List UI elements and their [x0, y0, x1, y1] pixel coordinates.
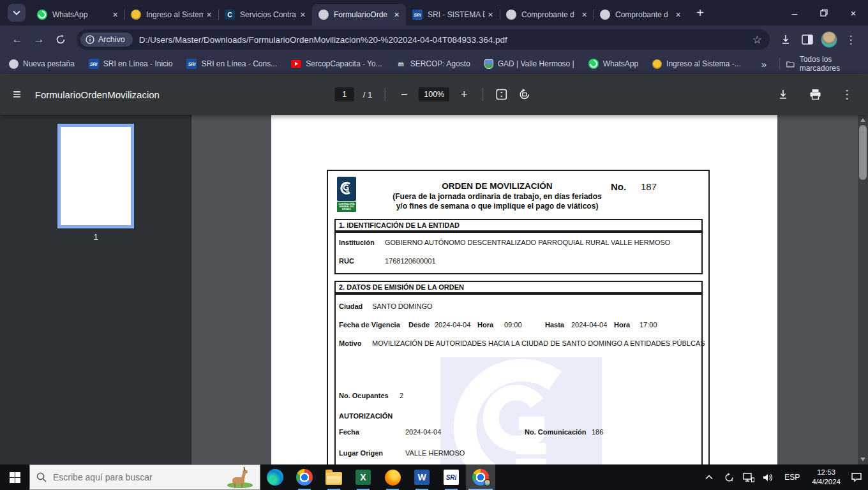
tab-label: Comprobante d [615, 10, 673, 19]
bookmark-label: SercopCapacita - Yo... [306, 59, 382, 68]
document-subtitle-line1: (Fuera de la jornada ordinaria de trabaj… [392, 192, 602, 202]
pdf-download-button[interactable] [775, 86, 791, 103]
vertical-scrollbar[interactable] [858, 115, 868, 464]
comunicacion-label: No. Comunicación [525, 428, 587, 436]
tab-close-icon[interactable]: × [297, 10, 308, 20]
forward-button[interactable]: → [28, 29, 50, 50]
scroll-down-icon[interactable] [860, 457, 865, 461]
address-bar: ← → Archivo ☆ ⋮ [0, 26, 868, 54]
rotate-icon [518, 88, 531, 101]
tab-close-icon[interactable]: × [485, 10, 496, 20]
action-center-icon[interactable] [849, 468, 864, 486]
fit-to-page-button[interactable] [493, 86, 510, 103]
hora2-label: Hora [614, 321, 630, 329]
bookmark-gad-valle-hermoso[interactable]: GAD | Valle Hermoso | [484, 59, 574, 69]
taskbar-chrome[interactable] [290, 464, 319, 490]
bookmark-star-icon[interactable]: ☆ [752, 33, 762, 47]
fecha-value: 2024-04-04 [405, 428, 441, 436]
ecuador-coat-icon [131, 10, 141, 20]
divider [385, 88, 385, 101]
downloads-button[interactable] [775, 29, 797, 50]
comunicacion-value: 186 [592, 428, 603, 436]
scroll-up-icon[interactable] [860, 118, 865, 122]
url-input[interactable] [139, 35, 752, 45]
close-window-button[interactable]: × [839, 0, 868, 26]
tab-close-icon[interactable]: × [673, 10, 684, 20]
taskbar-word[interactable]: W [407, 464, 437, 490]
scrollbar-thumb[interactable] [859, 125, 867, 180]
taskbar-search-box[interactable] [29, 464, 260, 490]
tab-close-icon[interactable]: × [391, 10, 402, 20]
search-input[interactable] [53, 472, 227, 482]
bookmarks-overflow-button[interactable]: » [755, 59, 773, 70]
bookmark-whatsapp[interactable]: WhatsApp [588, 59, 638, 69]
back-button[interactable]: ← [6, 29, 28, 50]
bookmark-sercop-youtube[interactable]: SercopCapacita - Yo... [291, 59, 382, 68]
ocupantes-value: 2 [400, 392, 403, 399]
tab-sri-sistema[interactable]: SRi SRI - SISTEMA D × [406, 4, 500, 26]
firefox-icon [385, 470, 401, 486]
tab-comprobante-2[interactable]: Comprobante d × [594, 4, 687, 26]
side-panel-button[interactable] [797, 29, 818, 50]
tab-servicios-contraloria[interactable]: C Servicios Contra × [218, 4, 312, 26]
bookmark-sri-consultas[interactable]: SRiSRI en Línea - Cons... [186, 59, 277, 69]
all-bookmarks-button[interactable]: Todos los marcadores [786, 55, 859, 73]
pdf-print-button[interactable] [807, 86, 823, 103]
tab-formulario-orden-active[interactable]: FormularioOrde × [312, 4, 406, 26]
tab-close-icon[interactable]: × [204, 10, 214, 20]
fit-page-icon [495, 88, 508, 101]
taskbar-sri[interactable]: SRi [437, 464, 466, 490]
tab-close-icon[interactable]: × [110, 10, 121, 20]
browser-menu-button[interactable]: ⋮ [840, 29, 862, 50]
page-thumbnail[interactable] [57, 124, 134, 228]
taskbar-firefox[interactable] [378, 464, 407, 490]
tab-ingreso-sistema[interactable]: Ingreso al Sistem × [124, 4, 218, 26]
tab-close-icon[interactable]: × [579, 10, 590, 20]
omnibox[interactable]: Archivo ☆ [77, 29, 770, 50]
taskbar-edge[interactable] [260, 464, 290, 490]
zoom-in-button[interactable]: + [456, 86, 472, 103]
zoom-level-input[interactable] [419, 87, 449, 101]
reload-button[interactable] [50, 29, 71, 50]
language-indicator[interactable]: ESP [781, 473, 804, 482]
word-icon: W [414, 470, 430, 485]
maximize-button[interactable] [809, 0, 839, 26]
tab-comprobante-1[interactable]: Comprobante d × [500, 4, 594, 26]
volume-icon[interactable] [761, 468, 776, 486]
tray-chevron-up-icon[interactable] [701, 468, 717, 486]
restore-icon [820, 9, 828, 17]
tab-search-button[interactable] [8, 4, 26, 22]
minimize-button[interactable]: – [780, 0, 809, 26]
sri-icon: SRi [412, 10, 423, 20]
zoom-out-button[interactable]: − [396, 86, 412, 103]
network-icon[interactable] [741, 468, 756, 486]
desde-value: 2024-04-04 [435, 321, 470, 329]
profile-avatar[interactable] [821, 31, 837, 48]
bookmark-label: GAD | Valle Hermoso | [498, 59, 574, 68]
bookmark-nueva-pestana[interactable]: Nueva pestaña [9, 59, 75, 69]
tab-whatsapp[interactable]: WhatsApp × [31, 4, 124, 26]
autorizacion-title: AUTORIZACIÓN [339, 412, 393, 420]
pdf-more-button[interactable]: ⋮ [839, 86, 855, 103]
pdf-document-title: FormularioOrdenMovilizacion [35, 89, 160, 100]
taskbar-chrome-active[interactable] [466, 464, 495, 490]
bookmark-ingreso-sistema[interactable]: Ingreso al Sistema -... [652, 59, 741, 69]
taskbar-file-explorer[interactable] [319, 464, 348, 490]
bookmark-sercop-agosto[interactable]: mSERCOP: Agosto [396, 59, 470, 69]
file-scheme-chip[interactable]: Archivo [80, 33, 133, 47]
onedrive-sync-icon[interactable] [721, 468, 737, 486]
whatsapp-icon [37, 10, 47, 20]
bookmark-label: WhatsApp [603, 59, 638, 68]
new-tab-button[interactable]: + [691, 4, 709, 22]
start-button[interactable] [0, 464, 29, 490]
pdf-menu-icon[interactable]: ≡ [13, 86, 21, 103]
tab-label: WhatsApp [52, 10, 110, 19]
taskbar-excel[interactable]: X [348, 464, 378, 490]
clock-date: 4/4/2024 [812, 477, 841, 487]
tab-label: Comprobante d [521, 10, 579, 19]
bookmark-sri-inicio[interactable]: SRiSRI en Línea - Inicio [89, 59, 173, 69]
rotate-button[interactable] [516, 86, 533, 103]
page-number-input[interactable] [335, 87, 354, 101]
globe-icon [600, 10, 610, 20]
clock[interactable]: 12:53 4/4/2024 [808, 468, 844, 487]
